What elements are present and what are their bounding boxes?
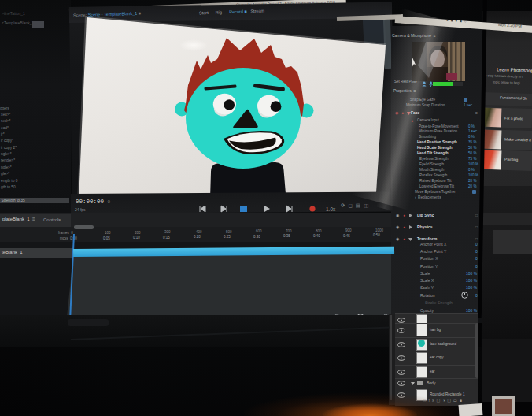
svg-text:1.0x: 1.0x [326, 206, 336, 212]
